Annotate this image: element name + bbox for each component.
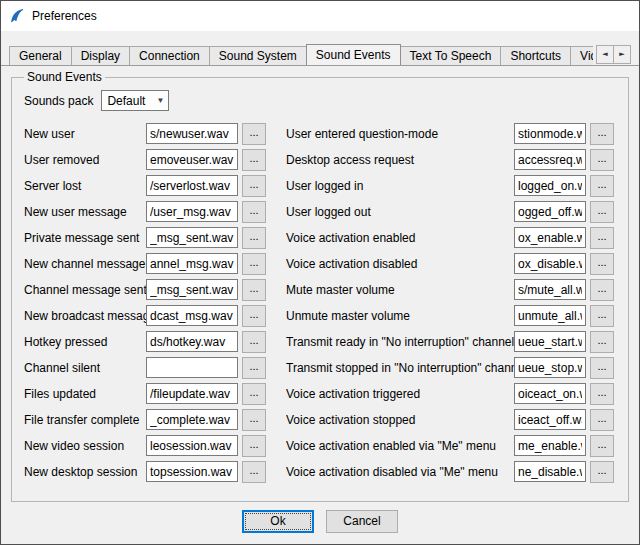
sound-event-row: Server lost...: [24, 175, 270, 196]
sound-event-label: File transfer complete: [24, 413, 146, 427]
browse-button[interactable]: ...: [590, 175, 614, 197]
browse-button[interactable]: ...: [242, 435, 266, 457]
sound-file-input[interactable]: [146, 331, 238, 352]
sound-event-row: New channel message...: [24, 253, 270, 274]
sound-file-input[interactable]: [514, 279, 586, 300]
sound-event-label: New user: [24, 127, 146, 141]
tab-sound-system[interactable]: Sound System: [209, 46, 307, 65]
browse-button[interactable]: ...: [242, 305, 266, 327]
browse-button[interactable]: ...: [590, 383, 614, 405]
sound-event-row: New video session...: [24, 435, 270, 456]
sound-event-label: Hotkey pressed: [24, 335, 146, 349]
sounds-pack-select[interactable]: Default ▼: [101, 90, 169, 111]
browse-button[interactable]: ...: [590, 331, 614, 353]
browse-button[interactable]: ...: [590, 253, 614, 275]
tab-connection[interactable]: Connection: [129, 46, 210, 65]
sound-file-input[interactable]: [514, 409, 586, 430]
browse-button[interactable]: ...: [590, 357, 614, 379]
sound-file-input[interactable]: [514, 253, 586, 274]
browse-button[interactable]: ...: [590, 227, 614, 249]
tab-scroll-right-button[interactable]: ►: [613, 45, 631, 64]
sound-event-label: User removed: [24, 153, 146, 167]
browse-button[interactable]: ...: [242, 149, 266, 171]
sound-event-row: Voice activation disabled...: [286, 253, 620, 274]
sound-file-input[interactable]: [146, 409, 238, 430]
browse-button[interactable]: ...: [242, 331, 266, 353]
sound-file-input[interactable]: [146, 305, 238, 326]
sound-file-input[interactable]: [146, 149, 238, 170]
titlebar[interactable]: Preferences: [1, 1, 639, 31]
sound-event-label: Transmit ready in "No interruption" chan…: [286, 335, 514, 349]
sound-event-label: New broadcast message: [24, 309, 146, 323]
browse-button[interactable]: ...: [242, 227, 266, 249]
sound-event-row: User logged in...: [286, 175, 620, 196]
sounds-pack-value: Default: [107, 94, 145, 108]
sound-event-row: Voice activation stopped...: [286, 409, 620, 430]
browse-button[interactable]: ...: [242, 461, 266, 483]
sound-file-input[interactable]: [514, 123, 586, 144]
sound-file-input[interactable]: [514, 305, 586, 326]
ok-button[interactable]: Ok: [242, 510, 314, 533]
browse-button[interactable]: ...: [590, 201, 614, 223]
sound-file-input[interactable]: [146, 279, 238, 300]
sound-file-input[interactable]: [514, 357, 586, 378]
browse-button[interactable]: ...: [242, 409, 266, 431]
browse-button[interactable]: ...: [242, 175, 266, 197]
tab-display[interactable]: Display: [71, 46, 130, 65]
browse-button[interactable]: ...: [242, 253, 266, 275]
sound-event-label: Voice activation triggered: [286, 387, 514, 401]
browse-button[interactable]: ...: [590, 149, 614, 171]
sound-file-input[interactable]: [146, 201, 238, 222]
sound-file-input[interactable]: [146, 227, 238, 248]
right-column: User entered question-mode...Desktop acc…: [286, 123, 620, 487]
browse-button[interactable]: ...: [590, 435, 614, 457]
tab-general[interactable]: General: [9, 46, 72, 65]
sound-file-input[interactable]: [146, 461, 238, 482]
sound-event-label: Private message sent: [24, 231, 146, 245]
sound-file-input[interactable]: [514, 383, 586, 404]
browse-button[interactable]: ...: [242, 201, 266, 223]
sounds-pack-label: Sounds pack: [24, 94, 93, 108]
browse-button[interactable]: ...: [242, 383, 266, 405]
sound-event-row: User logged out...: [286, 201, 620, 222]
sound-file-input[interactable]: [146, 435, 238, 456]
sound-event-row: New user...: [24, 123, 270, 144]
browse-button[interactable]: ...: [590, 123, 614, 145]
sound-file-input[interactable]: [514, 435, 586, 456]
sound-file-input[interactable]: [514, 331, 586, 352]
sound-event-label: New channel message: [24, 257, 146, 271]
sound-file-input[interactable]: [146, 357, 238, 378]
tab-video[interactable]: Video: [570, 46, 593, 65]
browse-button[interactable]: ...: [242, 123, 266, 145]
sound-file-input[interactable]: [514, 201, 586, 222]
sound-file-input[interactable]: [146, 383, 238, 404]
sound-event-label: Voice activation enabled via "Me" menu: [286, 439, 514, 453]
tab-text-to-speech[interactable]: Text To Speech: [400, 46, 502, 65]
browse-button[interactable]: ...: [590, 279, 614, 301]
tab-scroll-left-button[interactable]: ◄: [596, 45, 614, 64]
sound-event-row: Transmit ready in "No interruption" chan…: [286, 331, 620, 352]
sound-file-input[interactable]: [146, 175, 238, 196]
sound-file-input[interactable]: [514, 227, 586, 248]
sound-event-row: Voice activation enabled via "Me" menu..…: [286, 435, 620, 456]
sound-file-input[interactable]: [514, 149, 586, 170]
sound-event-columns: New user...User removed...Server lost...…: [24, 123, 620, 487]
tab-sound-events[interactable]: Sound Events: [306, 44, 401, 65]
sound-event-row: Transmit stopped in "No interruption" ch…: [286, 357, 620, 378]
sound-event-label: Voice activation stopped: [286, 413, 514, 427]
sound-file-input[interactable]: [146, 253, 238, 274]
cancel-button[interactable]: Cancel: [326, 510, 398, 533]
tab-shortcuts[interactable]: Shortcuts: [500, 46, 571, 65]
browse-button[interactable]: ...: [242, 279, 266, 301]
sound-event-label: Voice activation enabled: [286, 231, 514, 245]
browse-button[interactable]: ...: [590, 305, 614, 327]
sound-file-input[interactable]: [146, 123, 238, 144]
browse-button[interactable]: ...: [590, 461, 614, 483]
sound-file-input[interactable]: [514, 175, 586, 196]
sound-file-input[interactable]: [514, 461, 586, 482]
tab-strip: GeneralDisplayConnectionSound SystemSoun…: [1, 43, 639, 66]
sound-event-row: New broadcast message...: [24, 305, 270, 326]
browse-button[interactable]: ...: [590, 409, 614, 431]
sound-event-row: Files updated...: [24, 383, 270, 404]
browse-button[interactable]: ...: [242, 357, 266, 379]
